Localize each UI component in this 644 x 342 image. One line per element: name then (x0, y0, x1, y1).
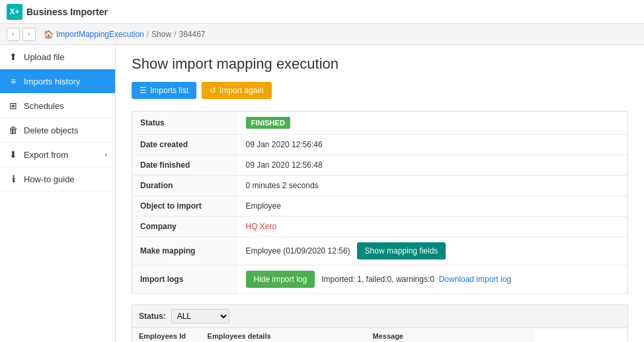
label-duration: Duration (132, 176, 238, 196)
content-area: Show import mapping execution ☰ Imports … (116, 45, 644, 342)
label-make-mapping: Make mapping (132, 237, 238, 265)
label-status: Status (132, 112, 238, 135)
col-header-employees-details: Employees details (201, 328, 366, 342)
value-object-to-import: Employee (238, 196, 628, 217)
col-header-message: Message (366, 328, 536, 342)
sidebar-label-delete: Delete objects (24, 125, 78, 135)
label-object-to-import: Object to import (132, 196, 238, 217)
label-date-created: Date created (132, 135, 238, 155)
show-mapping-fields-button[interactable]: Show mapping fields (357, 242, 446, 259)
upload-icon: ⬆ (8, 51, 19, 62)
sidebar-item-delete-objects[interactable]: 🗑 Delete objects (0, 118, 115, 143)
value-status: FINISHED (238, 112, 628, 135)
log-table-wrapper: Status: ALL INFO WARNING ERROR Employees… (132, 304, 628, 342)
status-filter-select[interactable]: ALL INFO WARNING ERROR (171, 309, 229, 324)
sidebar-item-schedules[interactable]: ⊞ Schedules (0, 94, 115, 118)
label-company: Company (132, 217, 238, 237)
hide-log-label: Hide import log (254, 275, 307, 284)
table-row-company: Company HQ Xero (132, 217, 628, 237)
col-header-employees-id: Employees Id (132, 328, 201, 342)
grid-icon: ⊞ (8, 100, 19, 111)
log-table-header: Status: ALL INFO WARNING ERROR (132, 305, 627, 328)
logo-icon: X+ (7, 4, 22, 20)
import-again-label: Import again (220, 86, 264, 95)
refresh-icon: ↺ (210, 86, 216, 95)
sidebar-item-upload-file[interactable]: ⬆ Upload file (0, 45, 115, 69)
value-import-logs: Hide import log Imported: 1, failed:0, w… (238, 265, 628, 294)
page-title: Show import mapping execution (132, 55, 628, 73)
label-date-finished: Date finished (132, 155, 238, 176)
trash-icon: 🗑 (8, 125, 19, 135)
sidebar-item-how-to-guide[interactable]: ℹ How-to guide (0, 167, 115, 191)
app-logo: X+ Business Importer (7, 4, 108, 20)
value-date-finished: 09 Jan 2020 12:56:48 (238, 155, 628, 176)
import-again-button[interactable]: ↺ Import again (202, 82, 272, 99)
label-import-logs: Import logs (132, 265, 238, 294)
action-buttons: ☰ Imports list ↺ Import again (132, 82, 628, 99)
log-table-header-row: Employees Id Employees details Message (132, 328, 627, 342)
value-duration: 0 minutes 2 seconds (238, 176, 628, 196)
import-log-row: Hide import log Imported: 1, failed:0, w… (246, 271, 620, 288)
value-make-mapping: Employee (01/09/2020 12:56) Show mapping… (238, 237, 628, 265)
table-row-status: Status FINISHED (132, 112, 628, 135)
sidebar-label-schedules: Schedules (24, 101, 64, 111)
log-table: Employees Id Employees details Message I… (132, 328, 627, 342)
sidebar-label-imports: Imports history (24, 77, 80, 86)
download-icon: ⬇ (8, 149, 19, 160)
imports-list-label: Imports list (150, 86, 188, 95)
sidebar: ⬆ Upload file ≡ Imports history ⊞ Schedu… (0, 45, 116, 342)
table-row-date-finished: Date finished 09 Jan 2020 12:56:48 (132, 155, 628, 176)
chevron-right-icon: › (105, 151, 107, 158)
status-filter-label: Status: (139, 312, 166, 321)
status-badge: FINISHED (246, 117, 290, 129)
table-row-object-to-import: Object to import Employee (132, 196, 628, 217)
breadcrumb: 🏠 ImportMappingExecution / Show / 384467 (44, 30, 206, 39)
home-icon: 🏠 (44, 30, 54, 39)
hide-import-log-button[interactable]: Hide import log (246, 271, 315, 288)
sidebar-item-imports-history[interactable]: ≡ Imports history (0, 69, 115, 94)
sidebar-label-upload: Upload file (24, 52, 64, 62)
back-button[interactable]: ‹ (7, 28, 20, 41)
breadcrumb-show: Show (151, 30, 171, 39)
show-mapping-label: Show mapping fields (365, 246, 438, 256)
top-header: X+ Business Importer (0, 0, 644, 24)
list-btn-icon: ☰ (140, 86, 147, 95)
detail-table: Status FINISHED Date created 09 Jan 2020… (132, 111, 628, 294)
value-company: HQ Xero (238, 217, 628, 237)
main-layout: ⬆ Upload file ≡ Imports history ⊞ Schedu… (0, 45, 644, 342)
table-row-date-created: Date created 09 Jan 2020 12:56:46 (132, 135, 628, 155)
imports-list-button[interactable]: ☰ Imports list (132, 82, 196, 99)
forward-button[interactable]: › (22, 28, 36, 41)
download-import-log-link[interactable]: Download import log (439, 275, 511, 284)
sidebar-item-export-from[interactable]: ⬇ Export from › (0, 143, 115, 167)
table-row-duration: Duration 0 minutes 2 seconds (132, 176, 628, 196)
table-row-import-logs: Import logs Hide import log Imported: 1,… (132, 265, 628, 294)
sidebar-label-howto: How-to guide (24, 174, 75, 184)
list-icon: ≡ (8, 76, 19, 86)
table-row-make-mapping: Make mapping Employee (01/09/2020 12:56)… (132, 237, 628, 265)
breadcrumb-import-mapping[interactable]: ImportMappingExecution (56, 30, 144, 39)
nav-bar: ‹ › 🏠 ImportMappingExecution / Show / 38… (0, 24, 644, 45)
value-date-created: 09 Jan 2020 12:56:46 (238, 135, 628, 155)
breadcrumb-id: 384467 (179, 30, 205, 39)
info-icon: ℹ (8, 174, 19, 184)
mapping-value: Employee (01/09/2020 12:56) (246, 246, 350, 256)
log-stats: Imported: 1, failed:0, warnings:0 Downlo… (321, 275, 511, 284)
sidebar-label-export: Export from (24, 150, 68, 160)
mapping-row: Employee (01/09/2020 12:56) Show mapping… (246, 242, 620, 259)
app-title: Business Importer (26, 7, 108, 17)
company-name-text: HQ Xero (246, 222, 277, 231)
